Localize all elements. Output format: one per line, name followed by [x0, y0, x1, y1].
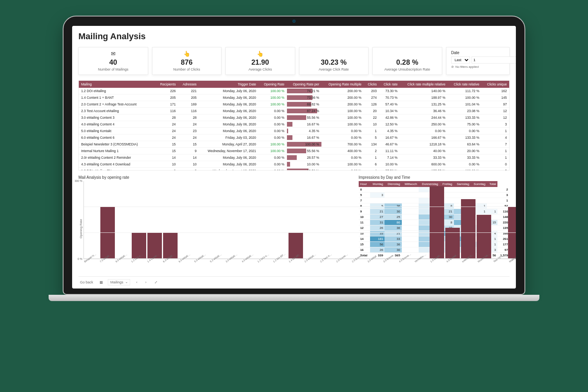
date-filter-card: Date Last Select ⊘ No filters applied [446, 47, 510, 75]
opening-rate-chart-panel: Mail Analysis by opening rate Opening Ra… [78, 175, 353, 276]
kpi-mailings[interactable]: ✉ 40 Number of Mailings [78, 47, 148, 75]
laptop-frame: Mailing Analysis ✉ 40 Number of Mailings… [63, 16, 525, 301]
blank-icon [304, 51, 364, 57]
kpi-clicks[interactable]: 👆 876 Number of Clicks [152, 47, 222, 75]
table-row[interactable]: 4.0 eMailing Content 42424Monday, July 0… [79, 121, 509, 128]
chart-bar[interactable] [508, 207, 516, 259]
kpi-label: Average Clicks [230, 67, 290, 71]
table-row[interactable]: 1.2 DOI eMailing226221Monday, July 06, 2… [79, 88, 509, 94]
table-row[interactable]: 2.3 Test Account eMailing116116Monday, J… [79, 108, 509, 114]
table-row[interactable]: Beispiel Newsletter 3 (CROSSMEDIA)1515Mo… [79, 141, 509, 148]
next-page-button[interactable]: › [144, 280, 148, 284]
col-header[interactable]: Adresses [178, 81, 199, 88]
chart-y-axis-label: Opening Rate [78, 181, 83, 276]
kpi-value: 0.28 % [377, 58, 437, 67]
chart-plot-area[interactable]: 300 % 0 % [83, 181, 516, 259]
table-row[interactable]: 1.4 Content 1 + BANT205205Monday, July 0… [79, 94, 509, 101]
col-header[interactable]: Clicks [364, 81, 379, 88]
table-row[interactable]: 6.0 eMailing Content 62424Friday, July 0… [79, 134, 509, 141]
chart-bar[interactable] [461, 199, 475, 259]
table-row[interactable]: 2.0 Content 2 + Anfrage Test-Account1711… [79, 101, 509, 108]
kpi-label: Average Unsubscription Rate [377, 67, 437, 71]
kpi-value: 21.90 [230, 58, 290, 67]
prev-page-button[interactable]: ‹ [135, 280, 139, 284]
col-header[interactable]: Click rate relative [448, 81, 482, 88]
table-row[interactable]: 5.0 eMailing Kontakt2423Monday, July 06,… [79, 128, 509, 134]
chart-bar[interactable] [430, 186, 444, 259]
no-filters-note: ⊘ No filters applied [451, 65, 505, 69]
kpi-row: ✉ 40 Number of Mailings 👆 876 Number of … [78, 47, 510, 75]
kpi-click-rate[interactable]: 30.23 % Average Click Rate [299, 47, 369, 75]
dashboard-screen: Mailing Analysis ✉ 40 Number of Mailings… [72, 26, 516, 289]
chart-x-ticks: Beispiel Newslet…7.0 eMailing interne M…… [83, 259, 516, 276]
mail-icon: ✉ [83, 51, 143, 57]
kpi-unsub-rate[interactable]: 0.28 % Average Unsubscription Rate [372, 47, 442, 75]
date-filter-title: Date [451, 51, 505, 55]
col-header[interactable]: Clicks unique [482, 81, 509, 88]
laptop-bezel: Mailing Analysis ✉ 40 Number of Mailings… [63, 16, 525, 295]
col-header[interactable]: Click rate [379, 81, 400, 88]
table-row[interactable]: 2.0r eMailing Content 2 Reminder1414Mond… [79, 154, 509, 161]
col-header[interactable]: Trigger Date [199, 81, 258, 88]
page-title: Mailing Analysis [78, 31, 510, 42]
expand-icon[interactable]: ⤢ [153, 280, 159, 284]
kpi-value: 40 [83, 58, 143, 67]
date-count-input[interactable] [472, 56, 516, 64]
mailing-table: MailingRecipientsAdressesTrigger DateOpe… [79, 81, 509, 171]
kpi-label: Average Click Rate [304, 67, 364, 71]
report-footer-nav: Go back ▦ Mailings ‹ › ⤢ [78, 276, 510, 285]
table-row[interactable]: Internal Nurture Mailing 1159Wednesday, … [79, 148, 509, 154]
heatmap-title: Impressions by Day and Time [359, 175, 510, 180]
table-row[interactable]: 4.3 eMailing Content 4 Download1010Monda… [79, 161, 509, 168]
table-row[interactable]: 1.2 DOI eMailing EN98Wednesday, August 1… [79, 168, 509, 171]
y-tick: 300 % [72, 180, 82, 182]
mailing-table-container[interactable]: MailingRecipientsAdressesTrigger DateOpe… [78, 80, 510, 171]
col-header[interactable]: Mailing [79, 81, 155, 88]
click-icon: 👆 [157, 51, 217, 57]
kpi-label: Number of Clicks [157, 67, 217, 71]
kpi-avg-clicks[interactable]: 👆 21.90 Average Clicks [225, 47, 295, 75]
kpi-value: 30.23 % [304, 58, 364, 67]
chart-title: Mail Analysis by opening rate [78, 175, 353, 180]
laptop-base [49, 295, 539, 301]
kpi-label: Number of Mailings [83, 67, 143, 71]
tab-icon: ▦ [100, 280, 103, 284]
col-header[interactable]: Opening Rate per [287, 81, 322, 88]
col-header[interactable]: Opening Rate [258, 81, 287, 88]
col-header[interactable]: Recipients [155, 81, 178, 88]
nofilter-icon: ⊘ [451, 65, 454, 69]
go-back-button[interactable]: Go back [78, 280, 95, 284]
chart-bar[interactable] [100, 207, 115, 259]
camera-dot [292, 20, 296, 23]
blank-icon [377, 51, 437, 57]
col-header[interactable]: Click rate multiple relative [400, 81, 448, 88]
y-tick: 0 % [72, 258, 82, 260]
table-row[interactable]: 3.0 eMailing Content 32828Monday, July 0… [79, 114, 509, 121]
kpi-value: 876 [157, 58, 217, 67]
sheet-select[interactable]: Mailings [108, 279, 130, 285]
col-header[interactable]: Opening Rate multiple [321, 81, 364, 88]
date-unit-select[interactable]: Last [451, 56, 470, 64]
click-icon: 👆 [230, 51, 290, 57]
